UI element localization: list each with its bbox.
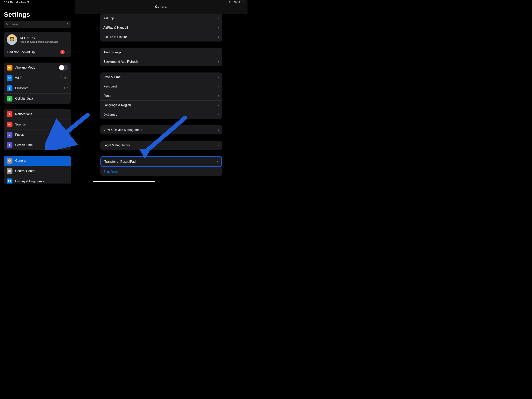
detail-row-fonts[interactable]: Fonts› xyxy=(100,91,222,100)
cellular-icon xyxy=(7,96,13,102)
detail-row-label: Shut Down xyxy=(103,170,119,174)
aa-icon: AA xyxy=(7,179,13,184)
backup-row[interactable]: iPad Not Backed Up 1 › xyxy=(4,47,71,57)
switches-icon xyxy=(7,168,13,174)
settings-sidebar: Settings 🧑‍💼 M Potuck Apple ID, iCloud, … xyxy=(0,0,75,184)
account-row[interactable]: 🧑‍💼 M Potuck Apple ID, iCloud, Media & P… xyxy=(4,32,71,47)
chevron-right-icon: › xyxy=(218,128,219,132)
detail-row-date-time[interactable]: Date & Time› xyxy=(100,72,222,82)
moon-icon xyxy=(7,132,13,138)
sidebar-item-display-brightness[interactable]: AADisplay & Brightness xyxy=(4,176,71,184)
wifi-icon xyxy=(7,75,13,81)
detail-group: Transfer or Reset iPad›Shut Down xyxy=(100,156,222,176)
battery-icon xyxy=(239,0,244,4)
detail-row-label: AirDrop xyxy=(103,17,114,20)
account-card: 🧑‍💼 M Potuck Apple ID, iCloud, Media & P… xyxy=(4,32,71,57)
sidebar-group-notifications: NotificationsSoundsFocusScreen Time xyxy=(4,109,71,150)
sidebar-group-general: GeneralControl CenterAADisplay & Brightn… xyxy=(4,156,71,184)
detail-row-label: Dictionary xyxy=(103,113,117,116)
svg-rect-1 xyxy=(239,1,240,3)
detail-row-airdrop[interactable]: AirDrop› xyxy=(100,14,222,23)
sidebar-item-label: Cellular Data xyxy=(15,97,68,100)
hourglass-icon xyxy=(7,142,13,148)
detail-group: iPad Storage›Background App Refresh› xyxy=(100,48,222,66)
sidebar-item-notifications[interactable]: Notifications xyxy=(4,109,71,119)
search-icon xyxy=(6,22,9,26)
search-field[interactable] xyxy=(4,21,71,28)
chevron-right-icon: › xyxy=(218,16,219,20)
chevron-right-icon: › xyxy=(218,50,219,54)
detail-pane: General AirDrop›AirPlay & Handoff›Pictur… xyxy=(75,0,247,184)
detail-row-label: VPN & Device Management xyxy=(103,128,142,132)
sidebar-item-label: Airplane Mode xyxy=(15,66,56,69)
page-title: Settings xyxy=(4,11,71,18)
status-date: Mon Nov 29 xyxy=(16,1,29,4)
sidebar-item-value: Tucks xyxy=(60,76,68,80)
detail-body[interactable]: AirDrop›AirPlay & Handoff›Picture in Pic… xyxy=(75,14,247,184)
bluetooth-icon xyxy=(7,85,13,91)
detail-row-picture-in-picture[interactable]: Picture in Picture› xyxy=(100,32,222,41)
status-time: 3:13 PM xyxy=(4,1,13,4)
annotation-highlight: Transfer or Reset iPad› xyxy=(100,156,222,167)
toggle[interactable] xyxy=(59,65,68,71)
sidebar-item-wi-fi[interactable]: Wi-FiTucks xyxy=(4,73,71,83)
detail-row-label: Keyboard xyxy=(103,85,117,88)
detail-row-label: Fonts xyxy=(103,94,111,98)
sidebar-item-label: Display & Brightness xyxy=(15,180,68,183)
wifi-icon xyxy=(228,0,231,4)
detail-row-airplay-handoff[interactable]: AirPlay & Handoff› xyxy=(100,23,222,32)
detail-group: VPN & Device Management› xyxy=(100,125,222,135)
detail-row-label: Transfer or Reset iPad xyxy=(104,160,136,163)
sidebar-item-screen-time[interactable]: Screen Time xyxy=(4,140,71,150)
detail-group: Legal & Regulatory› xyxy=(100,141,222,150)
detail-row-label: iPad Storage xyxy=(103,51,121,54)
chevron-right-icon: › xyxy=(218,84,219,89)
sidebar-item-label: General xyxy=(15,159,68,162)
backup-label: iPad Not Backed Up xyxy=(7,51,35,54)
chevron-right-icon: › xyxy=(218,112,219,116)
detail-row-label: Picture in Picture xyxy=(103,35,127,39)
sidebar-item-focus[interactable]: Focus xyxy=(4,129,71,140)
search-input[interactable] xyxy=(10,22,65,26)
detail-row-language-region[interactable]: Language & Region› xyxy=(100,100,222,110)
sidebar-item-label: Wi-Fi xyxy=(15,76,57,80)
detail-row-ipad-storage[interactable]: iPad Storage› xyxy=(100,48,222,57)
sidebar-item-general[interactable]: General xyxy=(4,156,71,166)
chevron-right-icon: › xyxy=(218,35,219,39)
detail-row-shut-down[interactable]: Shut Down xyxy=(100,167,222,176)
sidebar-item-bluetooth[interactable]: BluetoothOn xyxy=(4,83,71,93)
chevron-right-icon: › xyxy=(218,94,219,98)
avatar: 🧑‍💼 xyxy=(7,34,17,45)
detail-row-legal-regulatory[interactable]: Legal & Regulatory› xyxy=(100,141,222,150)
chevron-right-icon: › xyxy=(218,26,219,30)
speaker-icon xyxy=(7,122,13,127)
chevron-right-icon: › xyxy=(67,50,68,54)
svg-point-15 xyxy=(9,170,9,171)
sidebar-item-label: Focus xyxy=(15,133,68,137)
sidebar-item-cellular-data[interactable]: Cellular Data xyxy=(4,93,71,104)
chevron-right-icon: › xyxy=(217,160,218,164)
detail-row-dictionary[interactable]: Dictionary› xyxy=(100,110,222,119)
sidebar-item-label: Screen Time xyxy=(15,143,68,147)
sidebar-item-label: Bluetooth xyxy=(15,86,61,90)
detail-row-transfer-or-reset-ipad[interactable]: Transfer or Reset iPad› xyxy=(101,157,221,166)
sidebar-item-control-center[interactable]: Control Center xyxy=(4,166,71,176)
detail-row-label: Date & Time xyxy=(103,75,120,79)
svg-point-16 xyxy=(10,171,11,172)
account-subtitle: Apple ID, iCloud, Media & Purchases xyxy=(20,40,58,43)
sidebar-group-connectivity: Airplane ModeWi-FiTucksBluetoothOnCellul… xyxy=(4,63,71,104)
sidebar-item-label: Sounds xyxy=(15,123,68,126)
svg-rect-5 xyxy=(67,23,68,24)
detail-title: General xyxy=(155,5,167,9)
sidebar-item-sounds[interactable]: Sounds xyxy=(4,119,71,129)
bell-icon xyxy=(7,111,13,117)
detail-row-keyboard[interactable]: Keyboard› xyxy=(100,82,222,91)
mic-icon[interactable] xyxy=(66,22,69,26)
sidebar-item-label: Control Center xyxy=(15,169,68,173)
account-name: M Potuck xyxy=(20,36,58,40)
home-indicator[interactable] xyxy=(93,181,155,182)
detail-row-background-app-refresh[interactable]: Background App Refresh› xyxy=(100,57,222,66)
sidebar-item-airplane-mode[interactable]: Airplane Mode xyxy=(4,63,71,73)
gear-icon xyxy=(7,158,13,164)
detail-row-vpn-device-management[interactable]: VPN & Device Management› xyxy=(100,125,222,135)
